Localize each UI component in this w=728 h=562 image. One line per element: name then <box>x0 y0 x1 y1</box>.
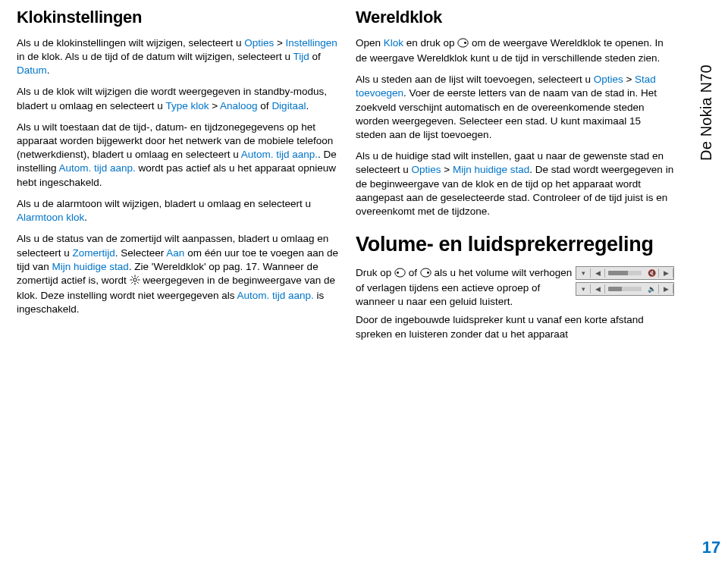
svg-line-6 <box>136 282 138 284</box>
hl-autom-2: Autom. tijd aanp. <box>59 162 136 174</box>
para-kl-2: Als u de klok wilt wijzigen die wordt we… <box>17 85 339 112</box>
nav-right-key-icon <box>457 38 469 52</box>
para-kl-5: Als u de status van de zomertijd wilt aa… <box>17 232 339 316</box>
hl-analoog: Analoog <box>220 100 258 111</box>
hl-opties: Opties <box>244 37 274 49</box>
signal-icon-2: ▾ <box>576 284 591 294</box>
arrow-left-icon: ◀ <box>591 268 605 278</box>
right-column: Wereldklok Open Klok en druk op om de we… <box>356 6 682 562</box>
nav-left-key-icon <box>394 268 406 281</box>
para-wk-2: Als u steden aan de lijst wilt toevoegen… <box>356 73 674 142</box>
hl-zomertijd: Zomertijd <box>73 247 115 259</box>
para-kl-4: Als u de alarmtoon wilt wijzigen, blader… <box>17 197 339 224</box>
svg-point-12 <box>397 272 399 274</box>
volume-track-2 <box>608 287 642 291</box>
hl-mijn-huidige: Mijn huidige stad <box>52 261 129 272</box>
sun-icon <box>130 275 140 289</box>
para-wk-3: Als u de huidige stad wilt instellen, ga… <box>356 149 674 218</box>
svg-point-11 <box>395 268 405 277</box>
arrow-right-icon-2: ▶ <box>659 284 673 294</box>
hl-klok: Klok <box>384 37 403 49</box>
heading-wereldklok: Wereldklok <box>356 6 674 29</box>
volume-track <box>608 271 642 275</box>
svg-point-9 <box>458 39 468 47</box>
svg-line-8 <box>131 282 133 284</box>
signal-icon: ▾ <box>576 268 591 278</box>
para-kl-1: Als u de klokinstellingen wilt wijzigen,… <box>17 36 339 78</box>
heading-volume: Volume- en luidsprekerregeling <box>356 231 674 258</box>
hl-opties-3: Opties <box>412 164 441 175</box>
hl-digitaal: Digitaal <box>271 100 306 111</box>
hl-autom-1: Autom. tijd aanp. <box>241 149 318 160</box>
para-vol-2: Door de ingebouwde luidspreker kunt u va… <box>356 313 674 341</box>
hl-instellingen: Instellingen <box>286 37 337 49</box>
hl-aan: Aan <box>166 247 184 259</box>
para-wk-1: Open Klok en druk op om de weergave Were… <box>356 36 674 65</box>
side-tab-label: De Nokia N70 <box>698 0 726 167</box>
hl-alarmtoon: Alarmtoon klok <box>17 212 84 223</box>
volume-bar-2: ▾ ◀ 🔈 ▶ <box>576 282 674 296</box>
left-column: Klokinstellingen Als u de klokinstelling… <box>17 6 356 562</box>
hl-opties-2: Opties <box>594 74 623 85</box>
hl-autom-3: Autom. tijd aanp. <box>237 290 313 301</box>
volume-bars-graphic: ▾ ◀ 🔇 ▶ ▾ ◀ 🔈 ▶ <box>576 266 674 298</box>
page-number: 17 <box>698 538 725 557</box>
svg-point-0 <box>133 278 136 281</box>
arrow-left-icon-2: ◀ <box>591 284 605 294</box>
svg-point-13 <box>421 268 431 277</box>
hl-mijn-huidige-2: Mijn huidige stad <box>453 164 529 175</box>
svg-point-10 <box>464 42 466 44</box>
heading-klokinstellingen: Klokinstellingen <box>17 6 339 29</box>
svg-line-7 <box>136 276 138 278</box>
volume-bar-1: ▾ ◀ 🔇 ▶ <box>576 266 674 280</box>
hl-type-klok: Type klok <box>165 100 209 111</box>
svg-line-5 <box>131 276 133 278</box>
hl-datum: Datum <box>17 64 47 76</box>
nav-right-key-icon-2 <box>420 268 431 281</box>
speaker-icon: 🔇 <box>645 268 659 278</box>
para-kl-3: Als u wilt toestaan dat de tijd-, datum-… <box>17 121 339 190</box>
para-vol-1: Druk op of als u het volume wilt verhoge… <box>356 266 573 309</box>
speaker-icon-2: 🔈 <box>645 284 659 294</box>
svg-point-14 <box>427 272 429 274</box>
para-vol-line: Druk op of als u het volume wilt verhoge… <box>356 266 674 314</box>
hl-tijd: Tijd <box>293 51 309 62</box>
arrow-right-icon: ▶ <box>659 268 673 278</box>
